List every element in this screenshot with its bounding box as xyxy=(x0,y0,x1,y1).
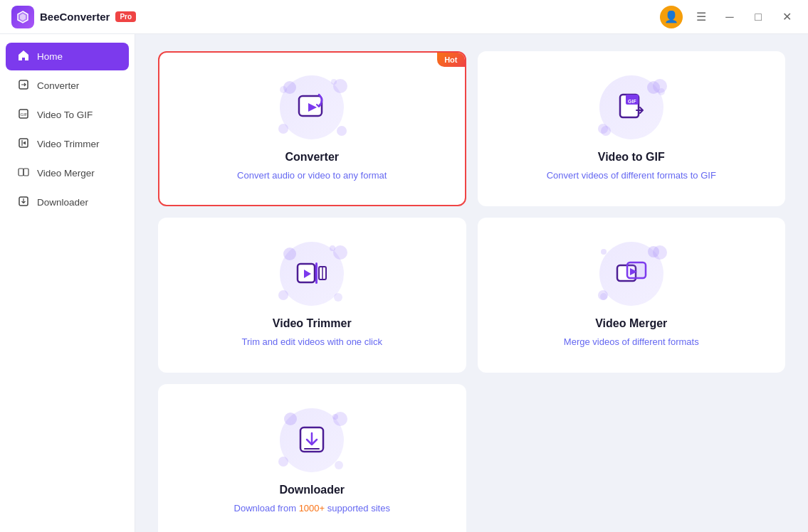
sidebar-item-video-merger[interactable]: Video Merger xyxy=(6,159,129,187)
sidebar-converter-label: Converter xyxy=(37,80,79,91)
downloader-card[interactable]: Downloader Download from 1000+ supported… xyxy=(158,384,466,532)
trimmer-sidebar-icon xyxy=(17,137,30,151)
sidebar: Home Converter GIF Video To GIF xyxy=(0,34,135,532)
svg-text:GIF: GIF xyxy=(628,99,636,104)
sidebar-downloader-label: Downloader xyxy=(37,197,88,208)
minimize-button[interactable]: ─ xyxy=(720,7,740,27)
trimmer-card-title: Video Trimmer xyxy=(273,317,352,330)
gif-icon-wrapper: GIF xyxy=(599,75,663,139)
video-to-gif-card[interactable]: GIF Video to GIF Convert videos of diffe… xyxy=(478,51,786,206)
merger-icon-wrapper xyxy=(599,242,663,306)
merger-icon xyxy=(614,257,649,291)
close-button[interactable]: ✕ xyxy=(777,7,797,27)
trimmer-icon xyxy=(295,257,329,291)
gif-sidebar-icon: GIF xyxy=(17,108,30,122)
maximize-button[interactable]: □ xyxy=(748,7,768,27)
sidebar-gif-label: Video To GIF xyxy=(37,110,93,120)
converter-card-title: Converter xyxy=(285,151,339,164)
sidebar-item-home[interactable]: Home xyxy=(6,43,129,70)
sidebar-trimmer-label: Video Trimmer xyxy=(37,139,100,149)
converter-sidebar-icon xyxy=(17,79,30,92)
menu-button[interactable]: ☰ xyxy=(691,7,711,27)
main-layout: Home Converter GIF Video To GIF xyxy=(0,34,808,532)
svg-text:GIF: GIF xyxy=(21,112,28,117)
avatar-button[interactable]: 👤 xyxy=(660,6,683,28)
svg-rect-18 xyxy=(315,262,318,284)
gif-icon: GIF xyxy=(614,90,649,124)
bottom-cards-row: Downloader Download from 1000+ supported… xyxy=(158,384,785,532)
merger-sidebar-icon xyxy=(17,166,30,180)
content-area: Hot Converter xyxy=(135,34,808,532)
app-logo xyxy=(11,6,34,28)
downloader-icon xyxy=(295,423,329,457)
trimmer-card-desc: Trim and edit videos with one click xyxy=(242,336,383,349)
downloader-sidebar-icon xyxy=(17,196,30,209)
gif-card-title: Video to GIF xyxy=(598,151,665,164)
svg-rect-8 xyxy=(19,169,23,176)
title-bar-controls: 👤 ☰ ─ □ ✕ xyxy=(660,6,797,28)
trimmer-icon-wrapper xyxy=(280,242,344,306)
video-merger-card[interactable]: Video Merger Merge videos of different f… xyxy=(478,218,786,373)
gif-card-desc: Convert videos of different formats to G… xyxy=(547,169,716,182)
title-bar-left: BeeConverter Pro xyxy=(11,6,136,28)
converter-card[interactable]: Hot Converter xyxy=(158,51,466,206)
downloader-card-title: Downloader xyxy=(279,484,345,496)
converter-icon-wrapper xyxy=(280,75,344,139)
video-trimmer-card[interactable]: Video Trimmer Trim and edit videos with … xyxy=(158,218,466,373)
downloader-count: 1000+ xyxy=(299,503,325,514)
merger-card-desc: Merge videos of different formats xyxy=(564,336,699,349)
sidebar-item-converter[interactable]: Converter xyxy=(6,72,129,100)
sidebar-home-label: Home xyxy=(37,51,63,62)
converter-card-desc: Convert audio or video to any format xyxy=(237,169,387,182)
svg-rect-22 xyxy=(627,262,646,278)
sidebar-item-video-trimmer[interactable]: Video Trimmer xyxy=(6,130,129,158)
title-bar: BeeConverter Pro 👤 ☰ ─ □ ✕ xyxy=(0,0,808,34)
hot-badge: Hot xyxy=(437,53,464,67)
sidebar-item-downloader[interactable]: Downloader xyxy=(6,188,129,216)
merger-card-title: Video Merger xyxy=(595,317,667,330)
home-icon xyxy=(17,50,30,63)
pro-badge: Pro xyxy=(115,11,136,22)
converter-icon xyxy=(295,90,329,124)
main-cards-grid: Hot Converter xyxy=(158,51,785,373)
downloader-card-desc: Download from 1000+ supported sites xyxy=(234,502,390,515)
app-title: BeeConverter xyxy=(40,11,110,23)
downloader-icon-wrapper xyxy=(280,408,344,472)
sidebar-merger-label: Video Merger xyxy=(37,168,95,179)
svg-marker-7 xyxy=(23,142,26,145)
sidebar-item-video-to-gif[interactable]: GIF Video To GIF xyxy=(6,101,129,129)
svg-rect-9 xyxy=(23,169,28,176)
